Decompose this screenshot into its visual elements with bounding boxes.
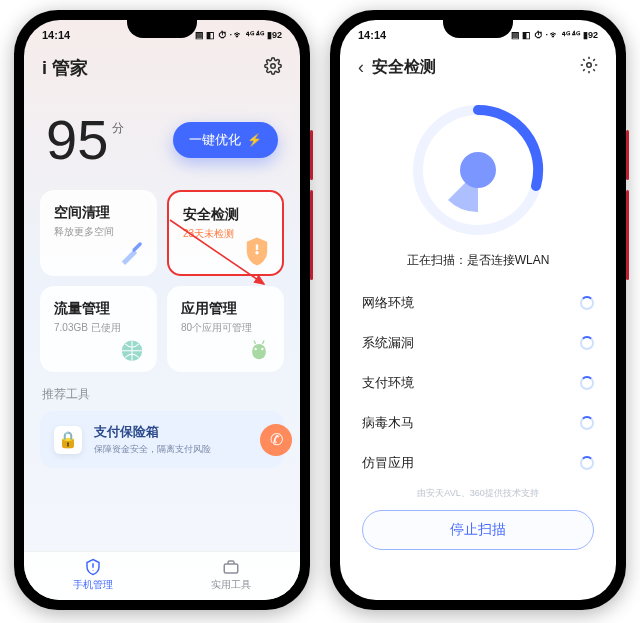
spinner-icon (580, 376, 594, 390)
svg-point-8 (261, 348, 263, 350)
recommended-header: 推荐工具 (24, 372, 300, 407)
check-row: 网络环境 (362, 283, 594, 323)
svg-rect-4 (256, 244, 258, 250)
gear-icon[interactable] (264, 57, 282, 79)
svg-rect-6 (252, 344, 266, 359)
phone-left: 14:14 ▤ ◧ ⏱ · ᯤ ⁴ᴳ ⁴ᴳ ▮92 i 管家 95 分 一键优化… (14, 10, 310, 610)
page-title: 安全检测 (372, 57, 436, 78)
card-apps[interactable]: 应用管理 80个应用可管理 (167, 286, 284, 372)
tab-tools[interactable]: 实用工具 (162, 552, 300, 600)
status-time: 14:14 (358, 29, 386, 41)
tab-phone-manage[interactable]: 手机管理 (24, 552, 162, 600)
toolbox-icon (222, 558, 240, 576)
svg-point-14 (460, 152, 496, 188)
phone-fab-icon[interactable]: ✆ (260, 424, 292, 456)
phone-right: 14:14 ▤ ◧ ⏱ · ᯤ ⁴ᴳ ⁴ᴳ ▮92 ‹ 安全检测 (330, 10, 626, 610)
check-row: 系统漏洞 (362, 323, 594, 363)
svg-line-9 (254, 341, 256, 344)
spinner-icon (580, 296, 594, 310)
spinner-icon (580, 336, 594, 350)
bottom-nav: 手机管理 实用工具 (24, 551, 300, 600)
svg-point-12 (587, 63, 592, 68)
svg-point-0 (271, 64, 276, 69)
app-title: i 管家 (42, 56, 88, 80)
svg-line-10 (262, 341, 264, 344)
shield-icon (84, 558, 102, 576)
shield-warn-icon (240, 234, 274, 268)
globe-icon (115, 332, 149, 366)
health-score: 95 分 (46, 112, 124, 168)
stop-scan-button[interactable]: 停止扫描 (362, 510, 594, 550)
card-storage[interactable]: 空间清理 释放更多空间 (40, 190, 157, 276)
check-row: 仿冒应用 (362, 443, 594, 483)
scan-status-label: 正在扫描：是否连接WLAN (407, 252, 550, 269)
svg-rect-11 (224, 564, 238, 573)
spinner-icon (580, 416, 594, 430)
android-icon (242, 332, 276, 366)
card-data[interactable]: 流量管理 7.03GB 已使用 (40, 286, 157, 372)
check-row: 支付环境 (362, 363, 594, 403)
card-security[interactable]: 安全检测 23天未检测 (167, 190, 284, 276)
check-list: 网络环境 系统漏洞 支付环境 病毒木马 仿冒应用 (340, 277, 616, 483)
optimize-button[interactable]: 一键优化 ⚡ (173, 122, 278, 158)
scan-progress-ring (408, 100, 548, 240)
status-icons: ▤ ◧ ⏱ · ᯤ ⁴ᴳ ⁴ᴳ ▮92 (511, 30, 598, 40)
svg-point-7 (254, 348, 256, 350)
bolt-icon: ⚡ (247, 133, 262, 147)
broom-icon (115, 236, 149, 270)
svg-rect-2 (132, 242, 143, 253)
provider-credit: 由安天AVL、360提供技术支持 (340, 483, 616, 504)
gear-icon[interactable] (580, 56, 598, 78)
status-time: 14:14 (42, 29, 70, 41)
safe-icon: 🔒 (54, 426, 82, 454)
status-icons: ▤ ◧ ⏱ · ᯤ ⁴ᴳ ⁴ᴳ ▮92 (195, 30, 282, 40)
back-icon[interactable]: ‹ (358, 57, 364, 78)
spinner-icon (580, 456, 594, 470)
feature-grid: 空间清理 释放更多空间 安全检测 23天未检测 流量管理 7.03GB 已使用 … (24, 190, 300, 372)
svg-point-3 (255, 251, 258, 254)
check-row: 病毒木马 (362, 403, 594, 443)
promo-payment-safe[interactable]: 🔒 支付保险箱 保障资金安全，隔离支付风险 ✆ (40, 411, 284, 468)
